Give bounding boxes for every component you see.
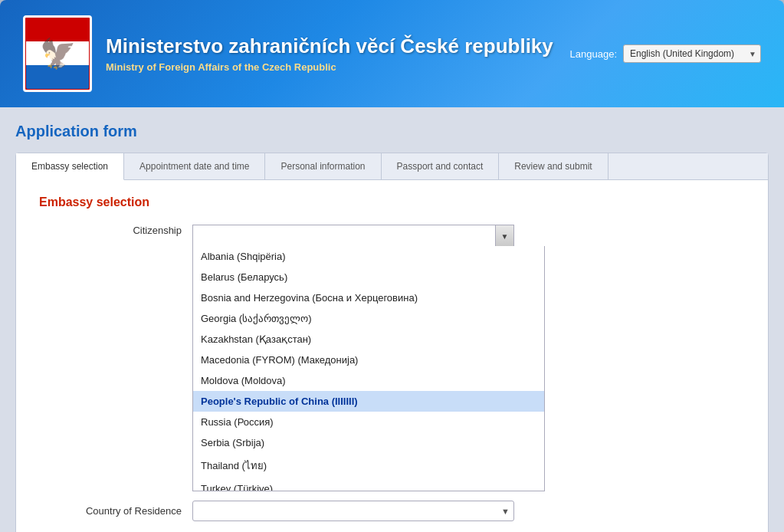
dropdown-item[interactable]: Serbia (Srbija) <box>193 432 544 453</box>
header-right: Language: English (United Kingdom) Česky… <box>570 44 761 63</box>
tab-review-submit[interactable]: Review and submit <box>499 153 608 179</box>
dropdown-item[interactable]: Bosnia and Herzegovina (Босна и Херцегов… <box>193 287 544 308</box>
country-of-residence-select-wrapper[interactable]: ▼ <box>192 501 514 521</box>
citizenship-select-wrapper[interactable]: ▼ <box>192 225 514 248</box>
dropdown-item[interactable]: Belarus (Беларусь) <box>193 267 544 287</box>
section-title: Embassy selection <box>39 195 745 209</box>
dropdown-item[interactable]: People's Republic of China (IIIIIII) <box>193 391 544 412</box>
dropdown-item[interactable]: Turkey (Türkiye) <box>193 478 544 491</box>
dropdown-item[interactable]: Russia (Россия) <box>193 412 544 432</box>
citizenship-label: Citizenship <box>39 225 192 236</box>
header-title: Ministerstvo zahraničních věcí České rep… <box>106 34 553 58</box>
form-rows-area: Citizenship ▼ Albania (Shqipëria)Bela <box>39 225 745 532</box>
tab-passport-contact[interactable]: Passport and contact <box>382 153 500 179</box>
header: 🦅 Ministerstvo zahraničních věcí České r… <box>0 0 784 107</box>
dropdown-item[interactable]: Albania (Shqipëria) <box>193 246 544 267</box>
country-of-residence-label: Country of Residence <box>39 505 192 517</box>
language-label: Language: <box>570 48 617 60</box>
language-select[interactable]: English (United Kingdom) Česky Deutsch F… <box>623 44 761 63</box>
header-text: Ministerstvo zahraničních věcí České rep… <box>106 34 553 73</box>
citizenship-dropdown-list[interactable]: Albania (Shqipëria)Belarus (Беларусь)Bos… <box>192 246 545 491</box>
dropdown-item[interactable]: Thailand (ไทย) <box>193 453 544 478</box>
tab-embassy-selection[interactable]: Embassy selection <box>16 153 124 180</box>
outer-wrapper: 🦅 Ministerstvo zahraničních věcí České r… <box>0 0 784 532</box>
citizenship-dropdown-trigger[interactable]: ▼ <box>192 225 514 248</box>
tab-personal-info[interactable]: Personal information <box>265 153 381 179</box>
country-of-residence-select[interactable] <box>192 501 514 521</box>
tabs-container: Embassy selection Appointment date and t… <box>15 153 769 532</box>
country-of-residence-row: Country of Residence ▼ <box>39 501 745 521</box>
tabs-bar: Embassy selection Appointment date and t… <box>16 153 768 180</box>
citizenship-dropdown-btn[interactable]: ▼ <box>495 225 513 247</box>
header-left: 🦅 Ministerstvo zahraničních věcí České r… <box>23 15 553 92</box>
logo: 🦅 <box>23 15 92 92</box>
page-title: Application form <box>15 123 769 140</box>
country-of-residence-select-inner[interactable]: ▼ <box>192 501 514 521</box>
main-content: Application form Embassy selection Appoi… <box>0 107 784 532</box>
dropdown-item[interactable]: Macedonia (FYROM) (Македонија) <box>193 350 544 370</box>
logo-eagle-icon: 🦅 <box>40 37 76 71</box>
dropdown-item[interactable]: Georgia (საქართველო) <box>193 308 544 329</box>
dropdown-item[interactable]: Kazakhstan (Қазақстан) <box>193 329 544 350</box>
citizenship-dropdown-overlay: Albania (Shqipëria)Belarus (Беларусь)Bos… <box>192 246 545 491</box>
form-section: Embassy selection Citizenship ▼ <box>16 180 768 532</box>
language-select-wrapper[interactable]: English (United Kingdom) Česky Deutsch F… <box>623 44 761 63</box>
citizenship-input[interactable] <box>193 225 495 247</box>
dropdown-item[interactable]: Moldova (Moldova) <box>193 370 544 391</box>
header-subtitle: Ministry of Foreign Affairs of the Czech… <box>106 61 553 73</box>
citizenship-row: Citizenship ▼ <box>39 225 745 248</box>
logo-inner: 🦅 <box>26 18 89 89</box>
tab-appointment[interactable]: Appointment date and time <box>124 153 265 179</box>
